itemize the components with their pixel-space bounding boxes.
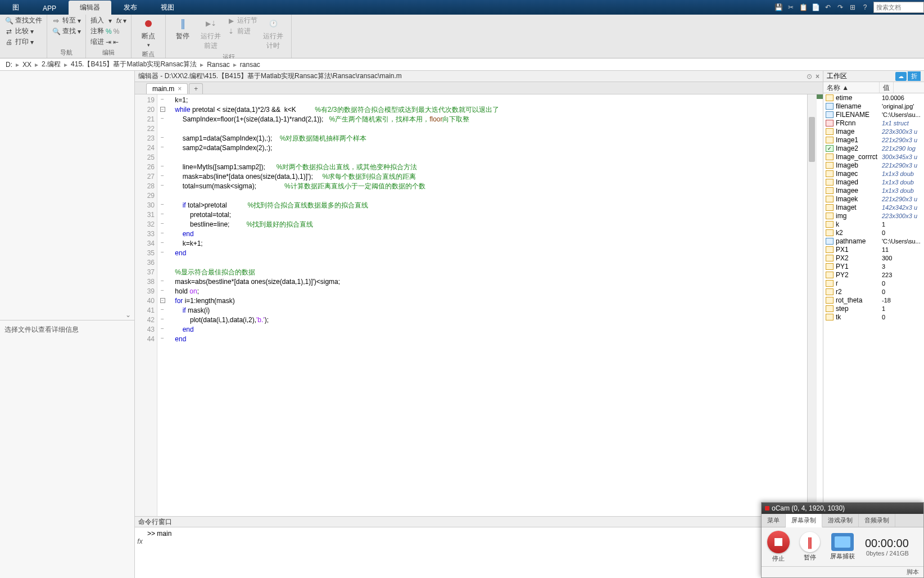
workspace-var-row[interactable]: k20 [823, 228, 924, 237]
workspace-var-row[interactable]: Image_corrrct300x345x3 u [823, 152, 924, 161]
breadcrumb-item[interactable]: 415.【B415】基于Matlab实现Ransac算法 [69, 60, 199, 69]
ocam-tab-menu[interactable]: 菜单 [762, 514, 786, 527]
save-icon[interactable]: 💾 [772, 1, 785, 13]
tab-editor[interactable]: 编辑器 [69, 1, 111, 15]
window-icon[interactable]: ⊞ [846, 1, 859, 13]
ocam-tab-audio[interactable]: 音频录制 [859, 514, 895, 527]
copy-icon[interactable]: 📋 [797, 1, 809, 13]
find-button[interactable]: 🔍查找 ▾ [52, 26, 81, 36]
paste-icon[interactable]: 📄 [809, 1, 822, 13]
workspace-var-row[interactable]: ✓Image2221x290 log [823, 144, 924, 152]
add-tab-button[interactable]: + [189, 83, 203, 94]
workspace-var-row[interactable]: PX2300 [823, 254, 924, 262]
compare-button[interactable]: ⇄比较 ▾ [4, 26, 42, 36]
folder-list[interactable]: ⌄ [0, 71, 134, 320]
workspace-var-row[interactable]: Imageb221x290x3 u [823, 161, 924, 169]
workspace-var-row[interactable]: r20 [823, 287, 924, 296]
workspace-var-row[interactable]: PY2223 [823, 270, 924, 279]
run-time-button[interactable]: 🕐 运行并 计时 [260, 16, 287, 52]
col-name-header[interactable]: 名称 ▲ [823, 82, 880, 93]
details-text: 选择文件以查看详细信息 [4, 326, 79, 333]
breadcrumb-item[interactable]: Ransac [205, 61, 232, 69]
editor-close-icon[interactable]: × [816, 73, 819, 80]
editor-body[interactable]: 1920212223242526272829303132333435363738… [135, 94, 823, 516]
run-advance-button[interactable]: ▶⇣ 运行并 前进 [197, 16, 224, 52]
tab-app[interactable]: APP [31, 2, 67, 15]
fold-column: −−−−−−−−−−−−−−−−−−−−− [157, 94, 167, 516]
breadcrumb: D:▸ XX▸ 2.编程▸ 415.【B415】基于Matlab实现Ransac… [0, 58, 924, 71]
workspace-var-row[interactable]: img223x300x3 u [823, 211, 924, 220]
var-type-icon [826, 94, 834, 101]
ocam-titlebar[interactable]: oCam (0, 4, 1920, 1030) [762, 503, 923, 514]
undo-icon[interactable]: ↶ [822, 1, 834, 13]
workspace-var-row[interactable]: Imaget142x342x3 u [823, 203, 924, 211]
workspace-var-row[interactable]: Imaged1x1x3 doub [823, 178, 924, 186]
editor-scrollbar[interactable] [807, 94, 816, 516]
workspace-var-row[interactable]: Imagek221x290x3 u [823, 195, 924, 203]
fx-icon[interactable]: fx [135, 527, 145, 578]
workspace-var-row[interactable]: step1 [823, 304, 924, 313]
breadcrumb-item[interactable]: 2.编程 [39, 60, 63, 69]
workspace-var-row[interactable]: tk0 [823, 313, 924, 321]
workspace-var-row[interactable]: pathname'C:\Users\su... [823, 237, 924, 245]
editor-gear-icon[interactable]: ⊙ [807, 73, 812, 80]
workspace-var-row[interactable]: etime10.0006 [823, 93, 924, 102]
breakpoint-button[interactable]: 断点 ▾ [136, 16, 161, 49]
print-button[interactable]: 🖨打印 ▾ [4, 37, 42, 47]
col-value-header[interactable]: 值 [880, 82, 894, 93]
insert-button[interactable]: 插入 ▾ fx ▾ [90, 16, 126, 25]
breadcrumb-item[interactable]: XX [20, 61, 34, 69]
var-type-icon: ✓ [826, 145, 834, 152]
workspace-var-row[interactable]: FILENAME'C:\Users\su... [823, 110, 924, 119]
line-gutter: 1920212223242526272829303132333435363738… [135, 94, 157, 516]
ocam-tab-game[interactable]: 游戏录制 [822, 514, 859, 527]
run-section-button[interactable]: ▶运行节 [227, 16, 257, 25]
cut-icon[interactable]: ✂ [785, 1, 797, 13]
workspace-var-row[interactable]: filename'original.jpg' [823, 102, 924, 110]
workspace-var-row[interactable]: Image223x300x3 u [823, 127, 924, 136]
var-type-icon [826, 238, 834, 245]
expand-icon[interactable]: ⌄ [125, 311, 131, 319]
ocam-stop-button[interactable]: 停止 [767, 531, 790, 563]
workspace-var-row[interactable]: r0 [823, 279, 924, 287]
comment-button[interactable]: 注释 % % [90, 26, 126, 36]
breadcrumb-item[interactable]: ransac [238, 61, 262, 69]
help-icon[interactable]: ? [859, 1, 871, 13]
tab-publish[interactable]: 发布 [112, 1, 148, 15]
find-icon: 🔍 [52, 27, 61, 36]
scrollbar-thumb[interactable] [809, 117, 815, 162]
goto-button[interactable]: ⇨转至 ▾ [52, 16, 81, 25]
var-type-icon [826, 246, 834, 253]
workspace-var-row[interactable]: Image1221x290x3 u [823, 136, 924, 144]
command-window[interactable]: fx >> main [135, 527, 823, 578]
workspace-var-row[interactable]: k1 [823, 220, 924, 228]
workspace-var-row[interactable]: Imagee1x1x3 doub [823, 186, 924, 195]
ocam-pause-button[interactable]: ‖ 暂停 [800, 532, 820, 562]
cloud-icon[interactable]: ☁ [895, 72, 907, 81]
advance-icon: ⇣ [227, 27, 235, 36]
ocam-window[interactable]: oCam (0, 4, 1920, 1030) 菜单 屏幕录制 游戏录制 音频录… [761, 502, 924, 578]
indent-button[interactable]: 缩进 ⇥ ⇤ [90, 37, 126, 47]
pause-button[interactable]: ‖ 暂停 [170, 16, 195, 42]
workspace-var-row[interactable]: Imagec1x1x3 doub [823, 169, 924, 178]
pause-icon: ‖ [174, 17, 192, 30]
tab-figure[interactable]: 图 [1, 1, 30, 15]
tab-view[interactable]: 视图 [150, 1, 185, 15]
file-tabs: main.m × + [135, 82, 823, 94]
workspace-expand-button[interactable]: 折 [908, 71, 921, 81]
close-tab-icon[interactable]: × [178, 85, 182, 93]
find-files-button[interactable]: 🔍查找文件 [4, 16, 42, 25]
command-text[interactable]: >> main [145, 527, 823, 578]
workspace-var-row[interactable]: PY13 [823, 262, 924, 270]
ocam-capture-button[interactable]: 屏幕捕获 [830, 533, 855, 561]
advance-button[interactable]: ⇣前进 [227, 26, 257, 36]
redo-icon[interactable]: ↷ [834, 1, 846, 13]
file-tab-main[interactable]: main.m × [146, 83, 188, 94]
code-area[interactable]: k=1; while pretotal < size(data,1)*2/3 &… [167, 94, 807, 516]
breadcrumb-item[interactable]: D: [3, 61, 15, 69]
workspace-var-row[interactable]: PX111 [823, 245, 924, 254]
search-docs-input[interactable] [873, 2, 924, 13]
workspace-var-row[interactable]: rot_theta-18 [823, 296, 924, 304]
workspace-var-row[interactable]: FRcnn1x1 struct [823, 119, 924, 127]
ocam-tab-screen[interactable]: 屏幕录制 [786, 514, 822, 527]
